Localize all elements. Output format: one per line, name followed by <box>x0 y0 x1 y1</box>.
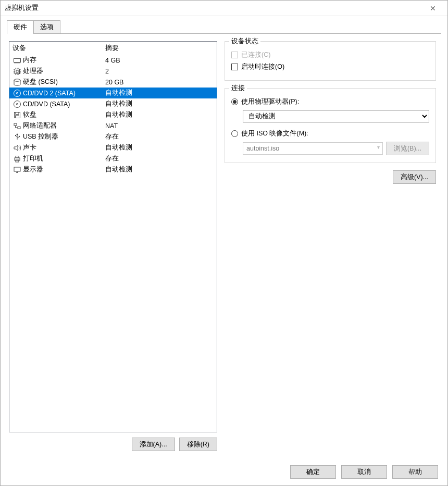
right-column: 设备状态 已连接(C) 启动时连接(O) 连接 使用物理驱动器(P): <box>225 41 439 458</box>
device-name: 处理器 <box>23 67 105 76</box>
device-row[interactable]: 网络适配器NAT <box>9 120 217 131</box>
advanced-button[interactable]: 高级(V)... <box>393 170 436 184</box>
hardware-panel: 设备 摘要 内存4 GB处理器2硬盘 (SCSI)20 GBCD/DVD 2 (… <box>7 34 441 458</box>
col-summary: 摘要 <box>105 44 119 53</box>
device-row[interactable]: 硬盘 (SCSI)20 GB <box>9 77 217 88</box>
titlebar: 虚拟机设置 ✕ <box>1 1 447 16</box>
device-row[interactable]: 打印机存在 <box>9 153 217 164</box>
device-status-group: 设备状态 已连接(C) 启动时连接(O) <box>225 41 436 81</box>
device-summary: 自动检测 <box>105 89 132 97</box>
tab-options[interactable]: 选项 <box>33 20 60 34</box>
chevron-down-icon: ▾ <box>377 144 380 150</box>
device-row[interactable]: 软盘自动检测 <box>9 109 217 120</box>
device-summary: 自动检测 <box>105 165 132 174</box>
sound-icon <box>13 144 22 152</box>
connection-group: 连接 使用物理驱动器(P): 自动检测 使用 ISO 映像文件(M): <box>225 88 436 163</box>
connect-poweron-label: 启动时连接(O) <box>241 63 284 71</box>
disk-icon <box>13 78 22 86</box>
device-name: 软盘 <box>23 110 105 119</box>
connected-checkbox <box>231 52 238 58</box>
dialog-body: 硬件 选项 设备 摘要 内存4 GB处理器2硬盘 (SCSI)20 GBCD/D… <box>1 16 447 458</box>
advanced-row: 高级(V)... <box>225 170 436 184</box>
cd-icon <box>13 89 22 97</box>
device-summary: 自动检测 <box>105 143 132 152</box>
browse-button: 浏览(B)... <box>386 142 429 155</box>
cd-icon <box>13 100 22 108</box>
device-name: 显示器 <box>23 165 105 174</box>
use-iso-radio[interactable] <box>231 130 238 137</box>
device-name: CD/DVD 2 (SATA) <box>23 90 105 97</box>
usb-icon <box>13 133 22 141</box>
physical-drive-select[interactable]: 自动检测 <box>243 110 429 122</box>
connect-poweron-row[interactable]: 启动时连接(O) <box>231 61 429 73</box>
floppy-icon <box>13 111 22 119</box>
cpu-icon <box>13 67 22 76</box>
use-iso-label: 使用 ISO 映像文件(M): <box>241 129 308 138</box>
device-summary: 4 GB <box>105 57 120 64</box>
tab-hardware[interactable]: 硬件 <box>7 20 34 34</box>
cancel-button[interactable]: 取消 <box>341 465 387 479</box>
device-summary: 存在 <box>105 154 119 163</box>
use-iso-row[interactable]: 使用 ISO 映像文件(M): <box>231 128 429 140</box>
connected-checkbox-row: 已连接(C) <box>231 49 429 61</box>
printer-icon <box>13 155 22 163</box>
connection-legend: 连接 <box>229 84 247 93</box>
device-row[interactable]: 声卡自动检测 <box>9 142 217 153</box>
device-summary: 20 GB <box>105 79 123 86</box>
device-name: 内存 <box>23 56 105 65</box>
physical-drive-select-wrap: 自动检测 <box>243 110 429 122</box>
device-row[interactable]: 显示器自动检测 <box>9 164 217 175</box>
use-physical-label: 使用物理驱动器(P): <box>241 97 299 106</box>
tab-bar: 硬件 选项 <box>7 20 441 34</box>
device-row[interactable]: 内存4 GB <box>9 55 217 66</box>
device-summary: NAT <box>105 122 118 130</box>
device-summary: 存在 <box>105 132 119 141</box>
help-button[interactable]: 帮助 <box>392 465 438 479</box>
connected-label: 已连接(C) <box>241 51 270 59</box>
use-physical-radio[interactable] <box>231 98 238 105</box>
device-status-legend: 设备状态 <box>229 37 260 46</box>
col-device: 设备 <box>13 44 105 53</box>
dialog-footer: 确定 取消 帮助 <box>1 458 447 485</box>
connect-poweron-checkbox[interactable] <box>231 64 238 70</box>
memory-icon <box>13 56 22 65</box>
device-list[interactable]: 设备 摘要 内存4 GB处理器2硬盘 (SCSI)20 GBCD/DVD 2 (… <box>9 41 217 432</box>
device-row[interactable]: CD/DVD (SATA)自动检测 <box>9 98 217 109</box>
network-icon <box>13 122 22 130</box>
device-row[interactable]: USB 控制器存在 <box>9 131 217 142</box>
vm-settings-window: 虚拟机设置 ✕ 硬件 选项 设备 摘要 内存4 GB处理器2硬盘 (SCSI)2… <box>0 0 448 486</box>
window-title: 虚拟机设置 <box>5 4 422 13</box>
add-button[interactable]: 添加(A)... <box>132 438 175 451</box>
device-row[interactable]: 处理器2 <box>9 66 217 77</box>
remove-button[interactable]: 移除(R) <box>179 438 217 451</box>
device-name: 网络适配器 <box>23 121 105 130</box>
device-list-header: 设备 摘要 <box>9 42 217 55</box>
use-physical-row[interactable]: 使用物理驱动器(P): <box>231 96 429 108</box>
device-row[interactable]: CD/DVD 2 (SATA)自动检测 <box>9 88 217 98</box>
device-summary: 自动检测 <box>105 99 132 108</box>
device-name: 声卡 <box>23 143 105 152</box>
device-summary: 自动检测 <box>105 110 132 119</box>
device-name: 打印机 <box>23 154 105 163</box>
left-column: 设备 摘要 内存4 GB处理器2硬盘 (SCSI)20 GBCD/DVD 2 (… <box>9 41 217 458</box>
device-name: CD/DVD (SATA) <box>23 101 105 108</box>
iso-path-value: autoinst.iso <box>243 142 383 155</box>
iso-input-row: autoinst.iso ▾ 浏览(B)... <box>243 142 429 155</box>
device-name: 硬盘 (SCSI) <box>23 78 105 86</box>
close-icon[interactable]: ✕ <box>422 4 443 13</box>
device-buttons: 添加(A)... 移除(R) <box>9 432 217 458</box>
ok-button[interactable]: 确定 <box>290 465 336 479</box>
device-summary: 2 <box>105 68 109 75</box>
iso-path-input: autoinst.iso ▾ <box>243 142 383 155</box>
device-name: USB 控制器 <box>23 132 105 141</box>
display-icon <box>13 166 22 174</box>
